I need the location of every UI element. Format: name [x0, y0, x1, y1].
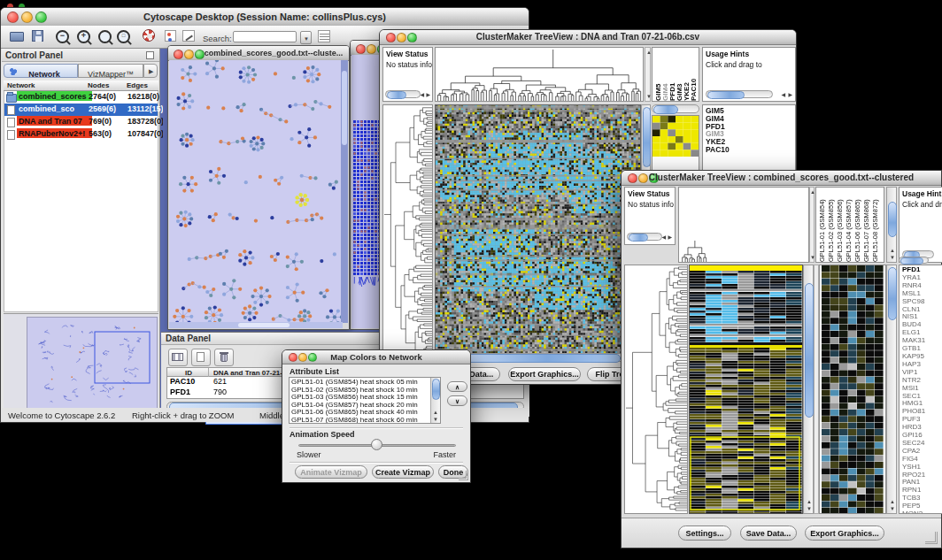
network-list[interactable]: combined_scores2764(0)16218(0) combined_…: [4, 91, 158, 312]
gene-label[interactable]: PAN1: [902, 479, 942, 487]
save-session-button[interactable]: [32, 30, 43, 42]
tv1-row-dendrogram-canvas[interactable]: [383, 105, 432, 361]
search-dropdown-button[interactable]: ▼: [300, 31, 312, 44]
move-down-button[interactable]: ∨: [447, 395, 467, 406]
dense-network-canvas[interactable]: [352, 119, 382, 288]
network-list-row[interactable]: combined_scores2764(0)16218(0): [4, 91, 158, 104]
network-list-row[interactable]: combined_sco2569(6)13112(15): [4, 104, 158, 116]
network-view-titlebar[interactable]: combined_scores_good.txt--cluste...: [168, 46, 349, 61]
tv2-zoom-heatmap[interactable]: [819, 265, 886, 514]
gene-label[interactable]: SEC1: [902, 393, 942, 401]
tv1-column-dendrogram-canvas[interactable]: [436, 48, 643, 101]
tv1-usage-scrollbar[interactable]: [706, 90, 773, 98]
animate-vizmap-button[interactable]: Animate Vizmap: [295, 465, 367, 479]
scroll-right-arrow-icon[interactable]: ▶: [668, 234, 672, 240]
gene-label[interactable]: HAP3: [902, 361, 942, 369]
resize-grip[interactable]: [925, 532, 938, 544]
help-icon[interactable]: [143, 29, 155, 42]
zoom-selected-icon[interactable]: □: [117, 30, 130, 43]
network-close-button[interactable]: [174, 50, 183, 59]
tv2-genelist-scrollbar[interactable]: [899, 257, 929, 264]
dialog-titlebar[interactable]: Map Colors to Network: [282, 350, 470, 364]
treeview2-titlebar[interactable]: ClusterMaker TreeView : combined_scores_…: [622, 171, 941, 186]
scroll-left-arrow-icon[interactable]: ◀: [661, 234, 666, 240]
move-up-button[interactable]: ∧: [447, 381, 467, 392]
open-session-button[interactable]: [10, 32, 24, 42]
tv1-heatmap-canvas[interactable]: [436, 105, 640, 361]
tab-overflow-button[interactable]: ▶: [143, 64, 158, 78]
tv2-row-dendrogram-canvas[interactable]: [625, 265, 687, 513]
network2-close-button[interactable]: [356, 44, 366, 54]
float-panel-icon[interactable]: [146, 51, 154, 59]
tv1-status-scrollbar[interactable]: [385, 90, 421, 98]
vizmapper-icon[interactable]: [165, 30, 176, 42]
gene-label[interactable]: MON2: [902, 510, 942, 514]
network-overview-canvas[interactable]: [27, 317, 158, 412]
tv1-thumb-scrollbar[interactable]: [652, 104, 699, 113]
search-input[interactable]: [233, 31, 297, 42]
network-graph-canvas[interactable]: [169, 60, 343, 323]
main-titlebar[interactable]: Cytoscape Desktop (Session Name: collins…: [1, 8, 529, 27]
gene-label[interactable]: MAK31: [902, 337, 942, 345]
gene-label[interactable]: RPN1: [902, 487, 942, 495]
gene-label[interactable]: YSH1: [902, 464, 942, 472]
scroll-right-arrow-icon[interactable]: ▶: [788, 92, 792, 97]
scroll-left-arrow-icon[interactable]: ◀: [420, 92, 424, 97]
delete-attribute-button[interactable]: [214, 349, 234, 366]
tv2-global-heatmap[interactable]: [689, 265, 803, 514]
gene-label[interactable]: PFD1: [902, 266, 942, 274]
gene-label[interactable]: PAC10: [706, 146, 795, 154]
tv1-export-graphics-button[interactable]: Export Graphics...: [508, 367, 581, 381]
network2-minimize-button[interactable]: [367, 44, 376, 54]
tv2-column-dendrogram[interactable]: [678, 187, 809, 263]
gene-label[interactable]: GTB1: [902, 345, 942, 353]
gene-label[interactable]: TCB3: [902, 495, 942, 502]
zoom-fit-icon[interactable]: [98, 30, 112, 43]
create-vizmap-button[interactable]: Create Vizmap: [372, 465, 434, 479]
network-horizontal-scrollbar[interactable]: [169, 322, 343, 328]
tv2-column-dendrogram-canvas[interactable]: [679, 188, 808, 262]
gene-label[interactable]: MSL1: [902, 290, 942, 298]
gene-label[interactable]: SPC98: [902, 298, 942, 306]
zoom-out-icon[interactable]: −: [56, 30, 69, 43]
gene-label[interactable]: KAP95: [902, 353, 942, 361]
scroll-left-arrow-icon[interactable]: ◀: [781, 92, 785, 97]
tab-network[interactable]: Network: [4, 64, 78, 78]
gene-label[interactable]: RPO21: [902, 472, 942, 479]
tv2-gene-list[interactable]: PFD1YRA1RNR4MSL1SPC98CLN1NIS1BUD4ELG1MAK…: [899, 265, 942, 514]
tv2-arrow-strip[interactable]: ▲▼: [809, 187, 815, 263]
annotation-icon[interactable]: [182, 30, 195, 42]
zoom-in-icon[interactable]: +: [77, 30, 90, 43]
gene-label[interactable]: PHO81: [902, 408, 942, 416]
network-list-row[interactable]: RNAPuberNov2+!563(0)107847(0): [4, 128, 158, 141]
filter-icon[interactable]: [318, 30, 330, 42]
tab-vizmapper[interactable]: VizMapper™: [78, 64, 143, 78]
tv2-row-dendrogram[interactable]: [624, 265, 688, 514]
tv2-zoom-vscrollbar[interactable]: ▲▼: [886, 265, 897, 514]
attribute-item[interactable]: GPL51-07 (GSM868) heat shock 60 min: [291, 417, 429, 424]
attribute-list[interactable]: GPL51-01 (GSM854) heat shock 05 minGPL51…: [289, 377, 441, 424]
attribute-select-button[interactable]: [168, 349, 188, 366]
gene-label[interactable]: NTR2: [902, 377, 942, 385]
tv2-global-heatmap-canvas[interactable]: [690, 265, 802, 513]
gene-label[interactable]: CPA2: [902, 448, 942, 456]
gene-label[interactable]: PEP5: [902, 502, 942, 510]
gene-label[interactable]: MSI1: [902, 385, 942, 393]
gene-label[interactable]: VIP1: [902, 369, 942, 377]
tv2-export-graphics-button[interactable]: Export Graphics...: [805, 525, 884, 541]
network-vertical-scrollbar[interactable]: [341, 60, 348, 323]
tv1-column-dendrogram[interactable]: [435, 47, 644, 102]
gene-label[interactable]: HMG1: [902, 400, 942, 408]
tv2-zoom-heatmap-canvas[interactable]: [822, 265, 884, 513]
tv1-arrow-strip[interactable]: ▲▼: [645, 47, 651, 102]
speed-slider-thumb[interactable]: [371, 439, 382, 450]
tv2-labels-vscrollbar[interactable]: ▲▼: [886, 187, 897, 263]
tv2-settings-button[interactable]: Settings...: [678, 525, 731, 541]
gene-label[interactable]: BUD4: [902, 321, 942, 329]
gene-label[interactable]: CLN1: [902, 306, 942, 314]
tv2-global-vscrollbar[interactable]: ▲▼: [803, 265, 814, 514]
gene-label[interactable]: PUF3: [902, 416, 942, 424]
gene-label[interactable]: GPI16: [902, 432, 942, 440]
scroll-right-arrow-icon[interactable]: ▶: [426, 92, 430, 97]
tv1-heatmap[interactable]: [435, 104, 641, 362]
